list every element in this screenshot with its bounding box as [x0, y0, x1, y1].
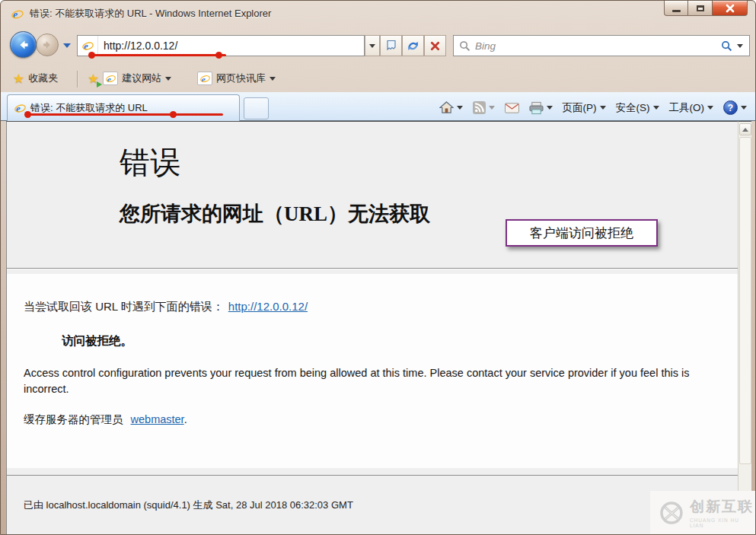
watermark-name-cn: 创新互联 — [690, 497, 755, 517]
vertical-scrollbar[interactable] — [738, 121, 751, 535]
home-icon — [439, 101, 454, 114]
chevron-down-icon — [653, 106, 659, 110]
favorites-label: 收藏夹 — [28, 72, 58, 85]
recent-pages-dropdown[interactable] — [63, 43, 71, 48]
error-heading: 错误 — [120, 142, 180, 183]
chevron-down-icon — [270, 77, 276, 81]
minimize-button[interactable] — [664, 1, 688, 16]
tab-bar: e 错误: 不能获取请求的 URL 页面(P) — [1, 92, 755, 121]
access-denied-text: 访问被拒绝。 — [62, 333, 132, 349]
error-subheading: 您所请求的网址（URL）无法获取 — [120, 200, 430, 228]
error-page-footer: 已由 localhost.localdomain (squid/4.1) 生成 … — [7, 468, 738, 535]
header-rule-gap — [7, 269, 738, 274]
svg-text:e: e — [16, 103, 21, 114]
error-intro-line: 当尝试取回该 URL 时遇到下面的错误：http://12.0.0.12/ — [24, 300, 308, 314]
suggested-sites-label: 建议网站 — [122, 72, 161, 85]
chevron-down-icon — [369, 44, 375, 48]
tools-menu[interactable]: 工具(O) — [667, 100, 716, 116]
web-slices-button[interactable]: e 网页快讯库 — [193, 68, 280, 89]
command-bar: 页面(P) 安全(S) 工具(O) ? — [437, 94, 750, 121]
safety-menu[interactable]: 安全(S) — [614, 100, 662, 116]
webmaster-link[interactable]: webmaster — [131, 413, 184, 425]
scrollbar-thumb[interactable] — [739, 137, 751, 464]
search-options-dropdown[interactable] — [737, 44, 743, 48]
mail-icon — [505, 103, 519, 113]
page-menu[interactable]: 页面(P) — [560, 100, 608, 116]
ie-page-icon: e — [82, 40, 94, 52]
address-input[interactable]: http://12.0.0.12/ — [98, 40, 364, 52]
admin-line: 缓存服务器的管理员 webmaster. — [24, 412, 187, 427]
feeds-button[interactable] — [471, 100, 497, 116]
web-slices-icon: e — [197, 72, 212, 85]
url-annotation-dot-right — [215, 52, 222, 59]
chevron-down-icon — [457, 106, 463, 110]
compatibility-view-button[interactable] — [380, 35, 402, 56]
separator — [77, 71, 78, 88]
error-url-link[interactable]: http://12.0.0.12/ — [228, 300, 308, 313]
favorites-bar: ★ 收藏夹 ★ e 建议网站 e 网页快讯库 — [1, 65, 755, 92]
add-favorite-button[interactable]: ★ e 建议网站 — [83, 68, 176, 89]
help-menu[interactable]: ? — [721, 99, 749, 116]
home-button[interactable] — [437, 100, 465, 116]
title-bar[interactable]: e 错误: 不能获取请求的 URL - Windows Internet Exp… — [1, 1, 755, 28]
forward-button[interactable] — [36, 33, 59, 56]
page-menu-label: 页面(P) — [563, 101, 597, 115]
error-page-header: 错误 您所请求的网址（URL）无法获取 客户端访问被拒绝 — [7, 122, 738, 269]
search-box[interactable]: Bing — [453, 35, 750, 56]
forward-arrow-icon — [41, 39, 53, 51]
read-mail-button[interactable] — [502, 101, 522, 115]
url-annotation-dot-left — [88, 52, 95, 59]
refresh-icon — [407, 40, 419, 53]
tab-annotation-line — [27, 113, 223, 116]
stop-x-icon — [429, 40, 441, 52]
compatibility-icon — [385, 40, 397, 52]
address-dropdown-button[interactable] — [365, 35, 380, 56]
close-button[interactable] — [713, 1, 748, 16]
back-button[interactable] — [10, 31, 37, 58]
watermark-name-en: CHUANG XIN HU LIAN — [690, 517, 755, 528]
tab-annotation-dot-left — [24, 111, 31, 118]
suggested-sites-icon: e — [103, 72, 118, 85]
maximize-button[interactable] — [688, 1, 713, 16]
scroll-up-button[interactable] — [739, 123, 751, 135]
chevron-down-icon — [547, 106, 553, 110]
new-tab-button[interactable] — [244, 97, 269, 119]
svg-text:e: e — [83, 40, 88, 52]
print-button[interactable] — [527, 100, 555, 116]
annotation-callout-box: 客户端访问被拒绝 — [506, 219, 658, 247]
search-go-icon[interactable] — [721, 40, 732, 52]
page-favicon: e — [78, 36, 98, 56]
chevron-down-icon — [707, 106, 713, 110]
ie-logo-icon: e — [11, 8, 24, 24]
tab-error-page[interactable]: e 错误: 不能获取请求的 URL — [7, 94, 240, 121]
chevron-down-icon — [600, 106, 606, 110]
search-icon — [459, 40, 471, 52]
search-input[interactable]: Bing — [475, 40, 721, 52]
favorites-button[interactable]: ★ 收藏夹 — [8, 68, 62, 89]
admin-suffix: . — [184, 413, 187, 425]
navigation-bar: e http://12.0.0.12/ Bing — [1, 28, 755, 65]
close-icon — [725, 4, 735, 13]
admin-prefix: 缓存服务器的管理员 — [24, 413, 123, 425]
tab-annotation-dot-right — [170, 111, 177, 118]
stop-button[interactable] — [424, 35, 446, 56]
error-intro-text: 当尝试取回该 URL 时遇到下面的错误： — [24, 300, 224, 313]
rss-icon — [473, 101, 486, 114]
back-arrow-icon — [17, 38, 30, 52]
window-title: 错误: 不能获取请求的 URL - Windows Internet Explo… — [30, 1, 271, 27]
maximize-icon — [697, 5, 704, 11]
watermark-logo-icon — [658, 499, 685, 527]
watermark: 创新互联 CHUANG XIN HU LIAN — [650, 491, 755, 534]
browser-window: e 错误: 不能获取请求的 URL - Windows Internet Exp… — [0, 0, 756, 535]
star-add-icon: ★ — [88, 72, 99, 85]
printer-icon — [529, 101, 544, 115]
arrow-up-icon — [742, 128, 748, 132]
chevron-down-icon — [489, 106, 495, 110]
explanation-text: Access control configuration prevents yo… — [24, 365, 738, 397]
chevron-down-icon — [165, 77, 171, 81]
star-icon: ★ — [13, 72, 24, 85]
chevron-down-icon — [741, 106, 747, 110]
page-content: 错误 您所请求的网址（URL）无法获取 客户端访问被拒绝 当尝试取回该 URL … — [6, 121, 738, 535]
refresh-button[interactable] — [402, 35, 424, 56]
generated-by-text: 已由 localhost.localdomain (squid/4.1) 生成 … — [24, 498, 353, 512]
